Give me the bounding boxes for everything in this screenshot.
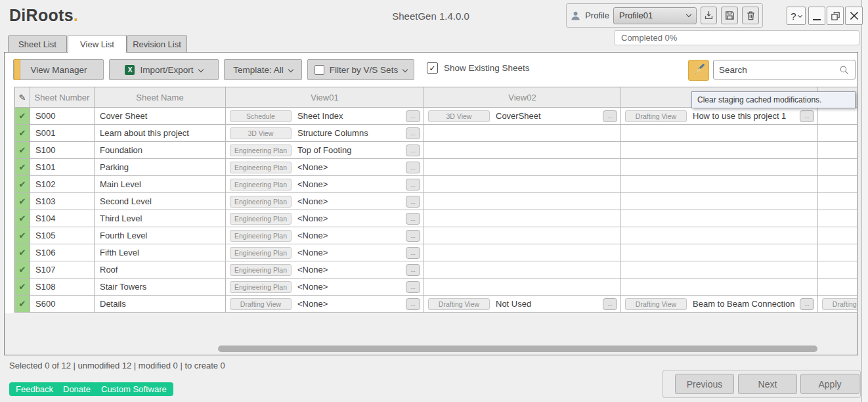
view-cell[interactable] bbox=[818, 142, 857, 159]
view-options-button[interactable]: ... bbox=[800, 110, 814, 122]
view-cell[interactable] bbox=[621, 142, 818, 159]
view-options-button[interactable]: ... bbox=[406, 179, 420, 190]
column-header-view01[interactable]: View01 bbox=[226, 87, 424, 108]
row-check-cell[interactable]: ✔ bbox=[15, 279, 30, 296]
view-options-button[interactable]: ... bbox=[800, 298, 814, 310]
table-row[interactable]: ✔ S000 Cover Sheet Schedule Sheet Index … bbox=[15, 108, 857, 125]
column-header-view02[interactable]: View02 bbox=[424, 87, 621, 108]
sheet-name-cell[interactable]: Fifth Level bbox=[95, 244, 226, 261]
sheet-name-cell[interactable]: Parking bbox=[95, 159, 226, 176]
show-existing-checkbox[interactable]: ✓ bbox=[427, 62, 438, 74]
sheet-number-cell[interactable]: S102 bbox=[30, 176, 95, 193]
view-cell[interactable] bbox=[818, 176, 857, 193]
clear-staging-button[interactable] bbox=[688, 60, 709, 81]
sheet-name-cell[interactable]: Roof bbox=[95, 261, 226, 279]
column-header-sheet-name[interactable]: Sheet Name bbox=[95, 87, 226, 108]
view-options-button[interactable]: ... bbox=[603, 298, 617, 310]
load-profile-button[interactable] bbox=[701, 7, 718, 24]
table-row[interactable]: ✔ S102 Main Level Engineering Plan <None… bbox=[15, 176, 857, 193]
sheet-name-cell[interactable]: Details bbox=[95, 296, 226, 313]
view-cell[interactable] bbox=[424, 210, 621, 227]
view-cell[interactable]: 3D View Structure Columns ... bbox=[226, 125, 424, 142]
sheet-number-cell[interactable]: S105 bbox=[30, 227, 95, 244]
search-input[interactable] bbox=[714, 65, 838, 75]
sheet-name-cell[interactable]: Cover Sheet bbox=[95, 108, 226, 125]
row-check-cell[interactable]: ✔ bbox=[15, 159, 30, 176]
previous-button[interactable]: Previous bbox=[675, 374, 734, 394]
view-cell[interactable] bbox=[621, 279, 818, 296]
view-cell[interactable]: Engineering Plan <None> ... bbox=[226, 227, 424, 244]
view-cell[interactable]: 3D View CoverSheet ... bbox=[424, 108, 621, 125]
view-cell[interactable] bbox=[621, 159, 818, 176]
view-cell[interactable] bbox=[621, 261, 818, 279]
tab-revision-list[interactable]: Revision List bbox=[127, 35, 187, 52]
view-options-button[interactable]: ... bbox=[406, 298, 420, 310]
view-cell[interactable] bbox=[424, 142, 621, 159]
view-cell[interactable] bbox=[621, 227, 818, 244]
view-cell[interactable]: Engineering Plan <None> ... bbox=[226, 279, 424, 296]
tab-view-list[interactable]: View List bbox=[68, 35, 127, 53]
sheet-number-cell[interactable]: S100 bbox=[30, 142, 95, 159]
view-cell[interactable] bbox=[424, 244, 621, 261]
view-cell[interactable]: Engineering Plan <None> ... bbox=[226, 193, 424, 210]
row-check-cell[interactable]: ✔ bbox=[15, 244, 30, 261]
table-row[interactable]: ✔ S103 Second Level Engineering Plan <No… bbox=[15, 193, 857, 210]
sheet-name-cell[interactable]: Third Level bbox=[95, 210, 226, 227]
view-options-button[interactable]: ... bbox=[406, 127, 420, 139]
delete-profile-button[interactable] bbox=[742, 7, 759, 24]
sheet-name-cell[interactable]: Main Level bbox=[95, 176, 226, 193]
view-cell[interactable] bbox=[621, 176, 818, 193]
import-export-button[interactable]: X Import/Export bbox=[109, 59, 219, 80]
sheet-number-cell[interactable]: S104 bbox=[30, 210, 95, 227]
table-row[interactable]: ✔ S106 Fifth Level Engineering Plan <Non… bbox=[15, 244, 857, 261]
next-button[interactable]: Next bbox=[738, 374, 797, 394]
view-cell[interactable]: Engineering Plan Top of Footing ... bbox=[226, 142, 424, 159]
view-cell[interactable] bbox=[818, 125, 857, 142]
sheet-name-cell[interactable]: Stair Towers bbox=[95, 279, 226, 296]
sheet-number-cell[interactable]: S103 bbox=[30, 193, 95, 210]
minimize-button[interactable] bbox=[808, 7, 825, 25]
sheet-name-cell[interactable]: Fourth Level bbox=[95, 227, 226, 244]
view-cell[interactable]: Engineering Plan <None> ... bbox=[226, 210, 424, 227]
row-check-cell[interactable]: ✔ bbox=[15, 193, 30, 210]
sheet-number-cell[interactable]: S000 bbox=[30, 108, 95, 125]
table-row[interactable]: ✔ S104 Third Level Engineering Plan <Non… bbox=[15, 210, 857, 227]
view-cell[interactable] bbox=[424, 227, 621, 244]
view-options-button[interactable]: ... bbox=[406, 230, 420, 242]
row-check-cell[interactable]: ✔ bbox=[15, 142, 30, 159]
view-cell[interactable]: Engineering Plan <None> ... bbox=[226, 261, 424, 279]
view-cell[interactable]: Engineering Plan <None> ... bbox=[226, 159, 424, 176]
custom-software-button[interactable]: Custom Software bbox=[95, 382, 173, 396]
help-button[interactable]: ? bbox=[787, 7, 806, 25]
view-cell[interactable]: Drafting View Not Used ... bbox=[424, 296, 621, 313]
close-button[interactable] bbox=[845, 7, 863, 25]
donate-button[interactable]: Donate bbox=[56, 382, 97, 396]
profile-select[interactable]: Profile01 bbox=[613, 7, 697, 24]
show-existing-sheets-toggle[interactable]: ✓ Show Existing Sheets bbox=[427, 62, 530, 74]
table-row[interactable]: ✔ S100 Foundation Engineering Plan Top o… bbox=[15, 142, 857, 159]
view-cell[interactable] bbox=[424, 176, 621, 193]
view-options-button[interactable]: ... bbox=[406, 110, 420, 122]
sheet-name-cell[interactable]: Foundation bbox=[95, 142, 226, 159]
row-check-cell[interactable]: ✔ bbox=[15, 296, 30, 313]
filter-vs-sets-dropdown[interactable]: Filter by V/S Sets bbox=[307, 59, 414, 80]
table-row[interactable]: ✔ S107 Roof Engineering Plan <None> ... bbox=[15, 261, 857, 279]
sheet-name-cell[interactable]: Second Level bbox=[95, 193, 226, 210]
row-check-cell[interactable]: ✔ bbox=[15, 210, 30, 227]
sheet-number-cell[interactable]: S001 bbox=[30, 125, 95, 142]
view-cell[interactable] bbox=[818, 244, 857, 261]
view-cell[interactable] bbox=[621, 244, 818, 261]
column-header-sheet-number[interactable]: Sheet Number bbox=[30, 87, 95, 108]
view-options-button[interactable]: ... bbox=[406, 162, 420, 173]
view-cell[interactable] bbox=[818, 159, 857, 176]
view-cell[interactable] bbox=[818, 193, 857, 210]
sheet-number-cell[interactable]: S101 bbox=[30, 159, 95, 176]
tab-sheet-list[interactable]: Sheet List bbox=[8, 35, 67, 52]
view-cell[interactable] bbox=[621, 210, 818, 227]
view-cell[interactable]: Drafting View ... bbox=[818, 296, 857, 313]
view-cell[interactable] bbox=[621, 193, 818, 210]
view-cell[interactable] bbox=[818, 108, 857, 125]
row-check-cell[interactable]: ✔ bbox=[15, 108, 30, 125]
template-dropdown[interactable]: Template: All bbox=[224, 59, 302, 80]
view-cell[interactable] bbox=[818, 210, 857, 227]
